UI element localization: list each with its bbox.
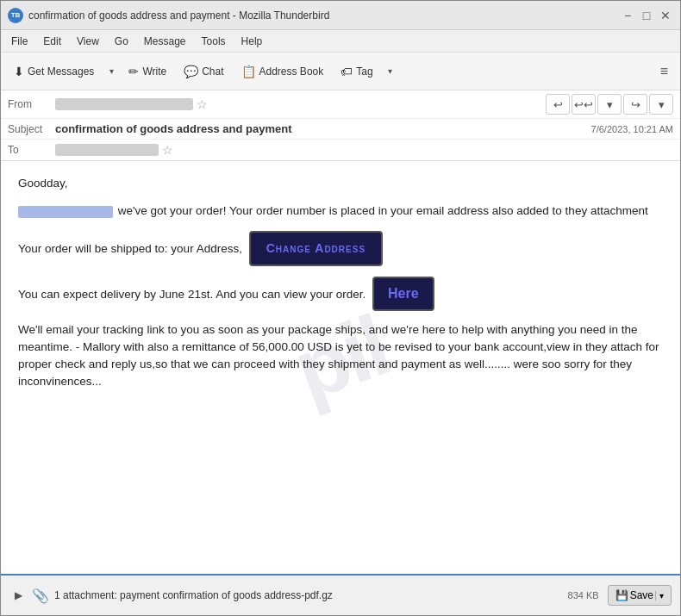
to-label: To	[8, 144, 55, 156]
email-content: Goodday, we've got your order! Your orde…	[18, 175, 663, 391]
save-button-group: 💾 Save ▾	[608, 585, 672, 606]
maximize-button[interactable]: □	[639, 8, 654, 23]
address-book-icon: 📋	[241, 65, 256, 78]
close-button[interactable]: ✕	[658, 8, 673, 23]
subject-label: Subject	[8, 123, 55, 135]
menu-view[interactable]: View	[70, 34, 106, 49]
menu-message[interactable]: Message	[137, 34, 193, 49]
email-date: 7/6/2023, 10:21 AM	[591, 124, 673, 134]
from-value-blurred	[55, 98, 193, 110]
attachment-size: 834 KB	[568, 590, 599, 600]
window-controls: − □ ✕	[620, 8, 673, 23]
paragraph-3: You can expect delivery by June 21st. An…	[18, 277, 663, 311]
save-label[interactable]: Save	[630, 589, 653, 601]
to-star[interactable]: ☆	[162, 143, 173, 157]
menu-file[interactable]: File	[4, 34, 34, 49]
footer: ▶ 📎 1 attachment: payment confirmation o…	[1, 574, 680, 615]
greeting: Goodday,	[18, 175, 663, 192]
get-messages-dropdown[interactable]: ▾	[103, 58, 119, 85]
main-window: TB confirmation of goods address and pay…	[0, 0, 681, 616]
minimize-button[interactable]: −	[620, 8, 635, 23]
email-body: pil Goodday, we've got your order! Your …	[1, 161, 680, 574]
more-actions[interactable]: ▾	[649, 94, 673, 115]
to-value-blurred	[55, 144, 159, 156]
chat-button[interactable]: 💬 Chat	[176, 58, 231, 85]
menu-help[interactable]: Help	[234, 34, 270, 49]
subject-row: Subject confirmation of goods address an…	[1, 119, 680, 140]
title-bar: TB confirmation of goods address and pay…	[1, 1, 680, 30]
from-label: From	[8, 98, 55, 110]
menu-bar: File Edit View Go Message Tools Help	[1, 30, 680, 53]
attachment-icon: 📎	[32, 588, 49, 604]
paragraph-4: We'll email your tracking link to you as…	[18, 321, 663, 391]
header-actions: ↩ ↩↩ ▾ ↪ ▾	[546, 94, 673, 115]
get-messages-button[interactable]: ⬇ Get Messages	[6, 58, 102, 85]
write-icon: ✏	[128, 65, 139, 78]
sender-name-blur	[18, 206, 113, 218]
reply-all-button[interactable]: ↩↩	[572, 94, 596, 115]
tag-icon: 🏷	[340, 65, 353, 78]
paragraph-1: we've got your order! Your order number …	[18, 202, 663, 220]
save-icon: 💾	[615, 589, 628, 601]
expand-attachments[interactable]: ▶	[9, 587, 27, 604]
chat-icon: 💬	[184, 65, 198, 78]
app-icon: TB	[8, 8, 23, 23]
address-book-button[interactable]: 📋 Address Book	[234, 58, 332, 85]
to-row: To ☆	[1, 140, 680, 160]
change-address-button[interactable]: Change Address	[249, 231, 383, 266]
save-dropdown[interactable]: ▾	[655, 591, 664, 600]
paragraph-2: Your order will be shipped to: your Addr…	[18, 231, 663, 266]
subject-value: confirmation of goods address and paymen…	[55, 122, 591, 135]
window-title: confirmation of goods address and paymen…	[28, 9, 329, 22]
here-button[interactable]: Here	[372, 277, 434, 311]
get-messages-icon: ⬇	[14, 65, 24, 78]
expand-actions[interactable]: ▾	[597, 94, 622, 115]
menu-go[interactable]: Go	[108, 34, 135, 49]
from-star[interactable]: ☆	[197, 97, 208, 111]
tag-dropdown[interactable]: ▾	[383, 58, 398, 85]
from-row: From ☆ ↩ ↩↩ ▾ ↪ ▾	[1, 90, 680, 119]
write-button[interactable]: ✏ Write	[121, 58, 174, 85]
forward-button[interactable]: ↪	[623, 94, 647, 115]
header-fields: From ☆ ↩ ↩↩ ▾ ↪ ▾ Subject confirmation o…	[1, 90, 680, 161]
title-bar-left: TB confirmation of goods address and pay…	[8, 8, 329, 23]
hamburger-menu[interactable]: ≡	[653, 60, 675, 83]
reply-button[interactable]: ↩	[546, 94, 570, 115]
menu-edit[interactable]: Edit	[36, 34, 68, 49]
attachment-info: 1 attachment: payment confirmation of go…	[54, 589, 568, 601]
toolbar: ⬇ Get Messages ▾ ✏ Write 💬 Chat 📋 Addres…	[1, 53, 680, 90]
menu-tools[interactable]: Tools	[195, 34, 233, 49]
tag-button[interactable]: 🏷 Tag	[333, 58, 380, 85]
